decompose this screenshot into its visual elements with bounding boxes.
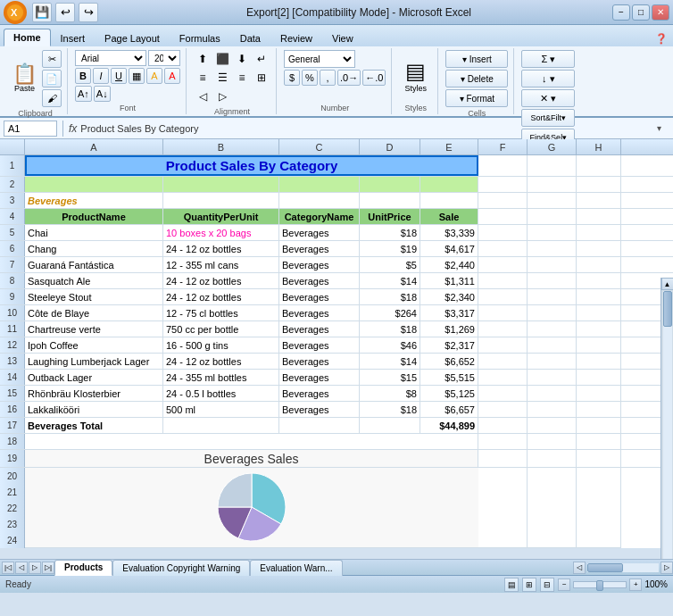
cell-e7[interactable]: $2,440 (420, 257, 478, 272)
cell-g2[interactable] (528, 177, 577, 192)
bold-button[interactable]: B (75, 68, 91, 84)
cell-b10[interactable]: 12 - 75 cl bottles (163, 305, 279, 320)
cell-b16[interactable]: 500 ml (163, 402, 279, 417)
scroll-up-btn[interactable]: ▲ (661, 278, 674, 290)
cell-e13[interactable]: $6,652 (420, 354, 478, 369)
cell-a10[interactable]: Côte de Blaye (25, 305, 163, 320)
cell-f8[interactable] (478, 273, 528, 288)
first-sheet-btn[interactable]: |◁ (2, 562, 14, 574)
cell-h16[interactable] (577, 402, 621, 417)
cell-f4[interactable] (478, 209, 528, 224)
cell-c14[interactable]: Beverages (279, 370, 360, 385)
decrease-font-btn[interactable]: A↓ (94, 86, 111, 102)
cell-g15[interactable] (528, 386, 577, 401)
cut-button[interactable]: ✂ (42, 50, 62, 68)
cell-a9[interactable]: Steeleye Stout (25, 289, 163, 304)
close-btn[interactable]: ✕ (652, 4, 669, 21)
h-scroll-thumb[interactable] (587, 563, 623, 572)
zoom-in-btn[interactable]: + (629, 579, 642, 591)
col-header-e[interactable]: E (420, 139, 478, 155)
cell-g9[interactable] (528, 289, 577, 304)
cell-a8[interactable]: Sasquatch Ale (25, 273, 163, 288)
cell-h12[interactable] (577, 337, 621, 353)
cell-h8[interactable] (577, 273, 621, 288)
cell-c6[interactable]: Beverages (279, 241, 360, 256)
cell-h1[interactable] (577, 155, 621, 176)
comma-btn[interactable]: , (320, 70, 336, 86)
cell-c13[interactable]: Beverages (279, 354, 360, 369)
cell-f17[interactable] (478, 418, 528, 433)
cell-b9[interactable]: 24 - 12 oz bottles (163, 289, 279, 304)
cell-b13[interactable]: 24 - 12 oz bottles (163, 354, 279, 369)
cell-b17[interactable] (163, 418, 279, 433)
scroll-thumb-vertical[interactable] (663, 291, 672, 327)
cell-c17[interactable] (279, 418, 360, 433)
sheet-tab-eval2[interactable]: Evaluation Warn... (250, 560, 342, 576)
normal-view-btn[interactable]: ▤ (504, 578, 519, 592)
cell-f9[interactable] (478, 289, 528, 304)
cell-a12[interactable]: Ipoh Coffee (25, 337, 163, 353)
cell-g5[interactable] (528, 225, 577, 240)
number-format-select[interactable]: General (284, 50, 355, 68)
cell-d11[interactable]: $18 (360, 321, 420, 337)
cell-f11[interactable] (478, 321, 528, 337)
cell-a14[interactable]: Outback Lager (25, 370, 163, 385)
cell-d9[interactable]: $18 (360, 289, 420, 304)
cell-c10[interactable]: Beverages (279, 305, 360, 320)
increase-font-btn[interactable]: A↑ (75, 86, 92, 102)
cell-d7[interactable]: $5 (360, 257, 420, 272)
formula-expand-btn[interactable]: ▾ (657, 123, 669, 133)
border-button[interactable]: ▦ (129, 68, 145, 84)
cell-g13[interactable] (528, 354, 577, 369)
cell-a1[interactable]: Product Sales By Category (25, 155, 478, 176)
cell-d13[interactable]: $14 (360, 354, 420, 369)
cell-c11[interactable]: Beverages (279, 321, 360, 337)
cell-d17[interactable] (360, 418, 420, 433)
cell-h11[interactable] (577, 321, 621, 337)
cell-b6[interactable]: 24 - 12 oz bottles (163, 241, 279, 256)
cell-d14[interactable]: $15 (360, 370, 420, 385)
fill-btn[interactable]: ↓ ▾ (521, 70, 575, 87)
cell-h13[interactable] (577, 354, 621, 369)
cell-e12[interactable]: $2,317 (420, 337, 478, 353)
font-size-select[interactable]: 20 (148, 50, 180, 66)
vertical-scrollbar[interactable]: ▲ ▼ (661, 278, 673, 559)
cell-f6[interactable] (478, 241, 528, 256)
paste-button[interactable]: 📋 Paste (9, 54, 40, 104)
tab-page-layout[interactable]: Page Layout (95, 29, 170, 46)
cell-g4[interactable] (528, 209, 577, 224)
copy-button[interactable]: 📄 (42, 70, 62, 87)
cell-a15[interactable]: Rhönbräu Klosterbier (25, 386, 163, 401)
cell-e5[interactable]: $3,339 (420, 225, 478, 240)
cell-c2[interactable] (279, 177, 360, 192)
cell-g16[interactable] (528, 402, 577, 417)
styles-button[interactable]: ▤ Styles (402, 54, 431, 98)
underline-button[interactable]: U (111, 68, 127, 84)
last-sheet-btn[interactable]: ▷| (42, 562, 54, 574)
cell-c12[interactable]: Beverages (279, 337, 360, 353)
align-left-btn[interactable]: ≡ (194, 69, 212, 87)
cell-f7[interactable] (478, 257, 528, 272)
col-header-h[interactable]: H (577, 139, 621, 155)
fill-color-button[interactable]: A (146, 68, 162, 84)
cell-h10[interactable] (577, 305, 621, 320)
cell-d5[interactable]: $18 (360, 225, 420, 240)
cell-e2[interactable] (420, 177, 478, 192)
cell-d2[interactable] (360, 177, 420, 192)
cell-h19[interactable] (577, 450, 621, 467)
cell-e6[interactable]: $4,617 (420, 241, 478, 256)
cell-e11[interactable]: $1,269 (420, 321, 478, 337)
cell-f14[interactable] (478, 370, 528, 385)
align-bottom-btn[interactable]: ⬇ (233, 50, 251, 68)
cell-e9[interactable]: $2,340 (420, 289, 478, 304)
cell-c5[interactable]: Beverages (279, 225, 360, 240)
col-header-f[interactable]: F (478, 139, 528, 155)
cell-d12[interactable]: $46 (360, 337, 420, 353)
cell-g18[interactable] (528, 434, 577, 449)
cell-b15[interactable]: 24 - 0.5 l bottles (163, 386, 279, 401)
cell-a19-chart[interactable]: Beverages Sales (25, 450, 478, 467)
clear-btn[interactable]: ✕ ▾ (521, 89, 575, 107)
indent-less-btn[interactable]: ◁ (194, 87, 212, 105)
cell-g8[interactable] (528, 273, 577, 288)
insert-btn[interactable]: ▾ Insert (445, 50, 508, 68)
